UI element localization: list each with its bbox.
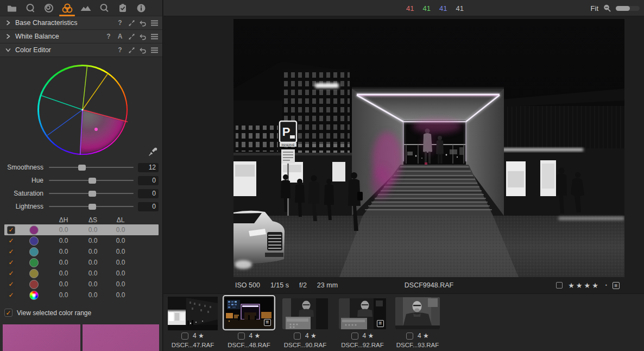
fifth-star-dot[interactable]: • [605,283,607,288]
color-tab-icon[interactable] [60,0,74,16]
adjustments-tab-icon[interactable] [115,0,130,16]
hue-value[interactable]: 0 [138,176,159,185]
thumbnail-image[interactable]: ≡ [225,297,273,328]
rgb-readout: 41 41 41 41 [406,0,464,16]
color-range-row[interactable]: ✓ 0.0 0.0 0.0 [4,235,159,246]
thumb-checkbox[interactable] [406,333,413,340]
lightness-value[interactable]: 0 [138,202,159,211]
auto-adjust-icon[interactable]: A [116,33,124,40]
range-enabled-checkbox[interactable]: ✓ [7,237,15,245]
view-range-checkbox[interactable]: ✓ [4,309,12,317]
help-icon[interactable]: ? [105,33,112,40]
color-range-row[interactable]: ✓ 0.0 0.0 0.0 [4,268,159,279]
smoothness-slider[interactable] [49,161,134,174]
star-rating[interactable]: ★★★★ [568,281,600,290]
thumb-rating[interactable]: 4 ★ [418,332,429,340]
zoom-fit-dropdown[interactable]: Fit [591,4,598,12]
range-color-swatch[interactable] [29,247,39,256]
thumb-filename[interactable]: DSCF...92.RAF [334,342,390,348]
thumb-rating[interactable]: 4 ★ [193,332,204,340]
details-tab-icon[interactable] [97,0,111,16]
thumb-meta: 4 ★ [339,332,386,340]
thumbnail-image[interactable]: ≡ [339,298,386,329]
slider-thumb[interactable] [89,191,96,197]
exposure-tab-icon[interactable] [78,0,93,16]
saturation-value[interactable]: 0 [138,189,159,198]
reset-icon[interactable] [139,33,147,40]
main-image[interactable]: P RESERVÉ [233,19,624,277]
range-color-swatch[interactable] [29,225,39,235]
lens-tab-icon[interactable] [41,0,56,16]
lightness-slider[interactable] [49,200,134,213]
white-balance-header[interactable]: White Balance ? A [0,30,162,43]
eyedropper-icon[interactable] [148,146,159,157]
library-tab-icon[interactable] [4,0,19,16]
zoom-slider-thumb[interactable] [616,6,630,11]
chevron-right-icon [4,33,12,40]
range-color-swatch[interactable] [29,269,39,278]
menu-icon[interactable] [150,34,158,40]
saturation-slider[interactable] [49,187,134,200]
thumb-filename[interactable]: DSCF...48.RAF [217,342,281,348]
color-editor-sliders: Smoothness 12 Hue 0 Saturation 0 Lightne… [0,161,163,213]
range-enabled-checkbox[interactable]: ✓ [7,259,15,267]
color-range-row[interactable]: ✓ 0.0 0.0 0.0 [4,246,159,257]
range-color-swatch[interactable] [29,236,39,246]
thumb-rating[interactable]: 4 ★ [363,332,374,340]
menu-icon[interactable] [150,47,158,53]
expand-icon[interactable] [128,47,135,54]
hue-slider[interactable] [49,174,134,187]
thumb-filename[interactable]: DSCF...93.RAF [390,342,445,348]
selected-thumb-frame[interactable]: ≡ [223,295,275,330]
view-selected-color-range: ✓ View selected color range [4,309,91,317]
color-wheel[interactable] [37,65,128,155]
expand-icon[interactable] [128,20,135,27]
filmstrip-item: 4 ★ DSCF...47.RAF [168,294,218,351]
reset-icon[interactable] [139,20,147,27]
help-icon[interactable]: ? [116,19,124,27]
thumb-filename[interactable]: DSCF...47.RAF [163,342,222,348]
metadata-tab-icon[interactable] [134,0,148,16]
thumbnail-image[interactable] [282,298,328,329]
thumb-checkbox[interactable] [351,333,358,340]
range-enabled-checkbox[interactable]: ✓ [7,280,15,289]
color-range-row[interactable]: ✓ 0.0 0.0 0.0 [4,279,159,290]
color-editor-header[interactable]: Color Editor ? [0,43,162,57]
thumb-checkbox[interactable] [238,333,245,340]
help-icon[interactable]: ? [116,46,124,54]
color-pick-marker[interactable] [94,128,98,131]
annotation-icon[interactable]: ≡ [613,282,620,289]
thumb-checkbox[interactable] [294,333,301,340]
range-color-swatch[interactable] [29,258,39,267]
rating-controls: ★★★★ • ≡ [556,279,620,292]
range-enabled-checkbox[interactable]: ✓ [7,269,15,278]
thumb-rating[interactable]: 4 ★ [249,332,261,340]
range-enabled-checkbox[interactable]: ✓ [7,248,15,256]
color-range-row[interactable]: ✓ 0.0 0.0 0.0 [4,224,159,235]
capture-tab-icon[interactable] [23,0,37,16]
thumbnail-image[interactable] [395,297,440,329]
expand-icon[interactable] [128,33,135,40]
reset-icon[interactable] [139,47,147,54]
selected-color-wedge[interactable] [80,110,125,153]
range-enabled-checkbox[interactable]: ✓ [7,226,15,234]
base-characteristics-header[interactable]: Base Characteristics ? [0,16,162,30]
thumb-checkbox[interactable] [181,333,188,340]
select-image-checkbox[interactable] [556,282,563,289]
zoom-slider[interactable] [616,6,640,11]
slider-thumb[interactable] [89,204,96,210]
panel-title: Color Editor [15,46,116,54]
range-color-swatch[interactable] [29,280,39,289]
zoom-out-icon[interactable] [603,4,611,12]
rainbow-swatch[interactable] [29,291,39,300]
smoothness-value[interactable]: 12 [138,163,159,172]
slider-thumb[interactable] [89,178,96,184]
thumb-rating[interactable]: 4 ★ [305,332,317,340]
color-range-row[interactable]: ✓ 0.0 0.0 0.0 [4,257,159,268]
color-range-row-global[interactable]: ✓ 0.0 0.0 0.0 [4,290,159,300]
thumb-filename[interactable]: DSCF...90.RAF [278,342,332,348]
menu-icon[interactable] [150,20,158,26]
thumbnail-image[interactable] [168,297,218,330]
range-enabled-checkbox[interactable]: ✓ [7,291,15,299]
slider-thumb[interactable] [78,165,86,171]
